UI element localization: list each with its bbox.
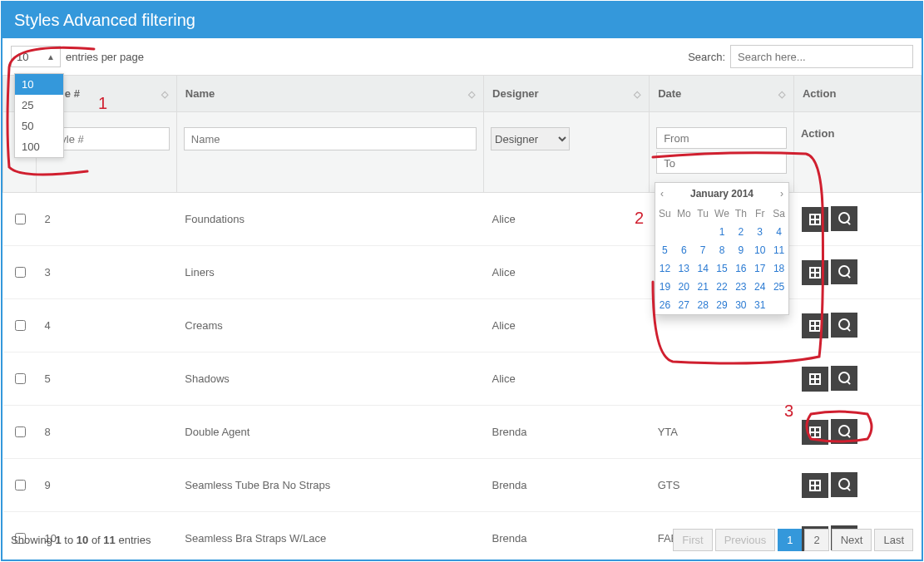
datepicker-day[interactable]: 31 [750,296,769,314]
datepicker-blank: . [655,223,674,241]
row-checkbox[interactable] [15,267,26,278]
datepicker-day[interactable]: 2 [731,223,750,241]
grid-action-button[interactable] [802,260,828,285]
grid-action-button[interactable] [802,420,828,445]
page-size-option[interactable]: 50 [15,116,63,136]
datepicker-day[interactable]: 17 [750,259,769,278]
filter-date-from[interactable] [656,127,787,149]
datepicker-day[interactable]: 30 [731,296,750,314]
col-name[interactable]: Name ◇ [176,76,483,112]
cell-action [793,299,921,352]
grid-action-button[interactable] [802,313,828,338]
row-checkbox[interactable] [15,426,26,437]
datepicker-day[interactable]: 6 [674,241,694,259]
grid-action-button[interactable] [802,207,828,232]
grid-icon [809,373,821,385]
caret-up-icon: ▲ [47,52,55,62]
datepicker-day[interactable]: 19 [655,278,674,296]
datepicker-day[interactable]: 1 [713,223,732,241]
datepicker-day[interactable]: 26 [655,296,674,314]
datepicker-next-icon[interactable]: › [780,188,783,200]
datepicker-dow: Tu [694,205,713,223]
datepicker-day[interactable]: 4 [769,223,788,241]
view-action-button[interactable] [831,259,857,284]
page-size-select[interactable]: 10 ▲ [11,46,61,67]
page-size-option[interactable]: 100 [15,136,63,157]
datepicker-day[interactable]: 27 [674,296,694,314]
datepicker-dow: Mo [674,205,694,223]
grid-action-button[interactable] [802,367,828,392]
sort-icon: ◇ [778,88,785,99]
pager-prev[interactable]: Previous [715,529,776,551]
cell-action [793,193,921,246]
datepicker-day[interactable]: 18 [769,259,788,278]
pager-last[interactable]: Last [874,529,913,551]
filter-designer[interactable]: Designer [491,127,570,150]
filter-name[interactable] [184,127,477,150]
datepicker-day[interactable]: 15 [713,259,732,278]
sort-icon: ◇ [634,88,640,99]
datepicker[interactable]: ‹ January 2014 › SuMoTuWeThFrSa...123456… [655,182,789,315]
datepicker-day[interactable]: 16 [731,259,750,278]
datepicker-day[interactable]: 11 [769,241,788,259]
datepicker-prev-icon[interactable]: ‹ [660,188,664,200]
controls-row: 10 ▲ entries per page Search: [2,38,922,75]
page-size-option[interactable]: 25 [15,95,63,116]
datepicker-dow: Sa [769,205,788,223]
cell-style-no: 3 [37,246,177,299]
col-date[interactable]: Date ◇ [650,76,794,112]
filter-date-to[interactable] [656,152,787,174]
datepicker-day[interactable]: 7 [694,241,713,259]
cell-action [793,406,921,459]
datepicker-day[interactable]: 9 [731,241,750,259]
grid-action-button[interactable] [802,473,828,498]
datepicker-day[interactable]: 12 [655,259,674,278]
cell-style-no: 2 [37,193,177,246]
row-checkbox[interactable] [15,480,26,491]
cell-style-no: 5 [37,352,177,406]
search-input[interactable] [730,45,913,68]
cell-designer: Brenda [484,459,650,512]
annotation-3-label: 3 [784,402,793,421]
datepicker-day[interactable]: 22 [713,278,732,296]
datepicker-day[interactable]: 24 [750,278,769,296]
pager-page-1[interactable]: 1 [778,529,802,551]
pager-page-2[interactable]: 2 [804,529,828,551]
datepicker-title[interactable]: January 2014 [690,188,754,200]
view-action-button[interactable] [831,206,857,231]
page-size-dropdown[interactable]: 10 25 50 100 [14,73,64,158]
cell-name: Double Agent [176,406,483,459]
view-action-button[interactable] [831,419,857,444]
pager-next[interactable]: Next [832,529,872,551]
cell-date: GTS [650,459,794,512]
row-checkbox[interactable] [15,214,26,224]
search-icon [838,265,850,279]
datepicker-day[interactable]: 14 [694,259,713,278]
view-action-button[interactable] [831,472,857,497]
pager-first[interactable]: First [673,529,712,551]
datepicker-day[interactable]: 25 [769,278,788,296]
panel-title: Styles Advanced filtering [2,2,922,38]
datepicker-day[interactable]: 5 [655,241,674,259]
row-checkbox[interactable] [15,373,26,384]
row-checkbox[interactable] [15,320,26,331]
datepicker-day[interactable]: 21 [694,278,713,296]
view-action-button[interactable] [831,366,857,391]
datepicker-day[interactable]: 28 [694,296,713,314]
datepicker-day[interactable]: 29 [713,296,732,314]
col-designer[interactable]: Designer ◇ [484,76,650,112]
grid-icon [809,214,821,225]
datepicker-day[interactable]: 20 [674,278,694,296]
datepicker-day[interactable]: 8 [713,241,732,259]
page-size-option[interactable]: 10 [15,74,63,95]
cell-name: Foundations [176,193,483,246]
datepicker-day[interactable]: 3 [750,223,769,241]
search-label: Search: [688,51,725,63]
grid-icon [809,480,821,491]
datepicker-day[interactable]: 13 [674,259,694,278]
datepicker-day[interactable]: 10 [750,241,769,259]
view-action-button[interactable] [831,313,857,338]
datepicker-day[interactable]: 23 [731,278,750,296]
page-size-value: 10 [17,51,28,63]
col-date-label: Date [658,87,681,100]
